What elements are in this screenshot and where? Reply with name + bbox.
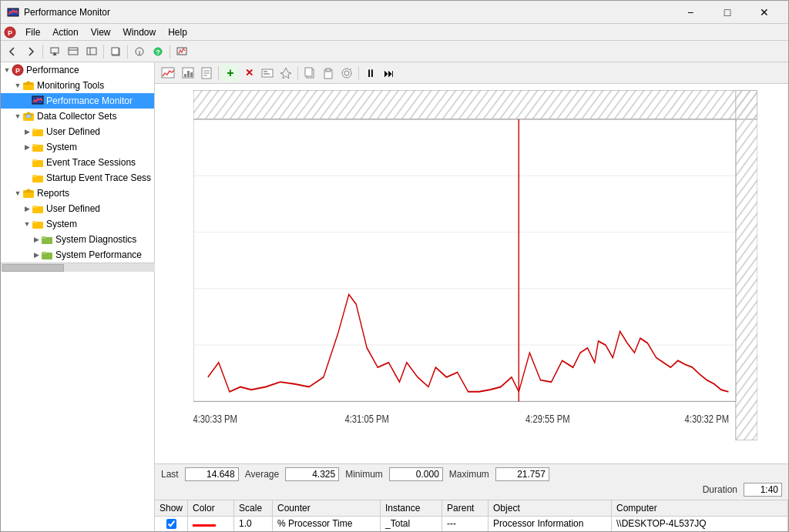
svg-rect-38 [42, 236, 46, 239]
title-bar: Performance Monitor − □ ✕ [1, 1, 788, 24]
startup-ets-icon [32, 172, 44, 184]
skip-button[interactable]: ⏭ [381, 65, 398, 82]
sidebar-scrollbar[interactable] [1, 263, 155, 272]
close-button[interactable]: ✕ [747, 1, 782, 24]
expand-monitoring-tools[interactable]: ▼ [13, 81, 22, 90]
svg-rect-24 [32, 129, 37, 131]
add-counter-button[interactable]: + [222, 65, 239, 82]
sidebar-item-monitoring-tools[interactable]: ▼ Monitoring Tools [1, 78, 154, 93]
sidebar-item-performance-monitor[interactable]: ▶ Performance Monitor [1, 93, 154, 109]
svg-rect-6 [87, 48, 96, 55]
delete-counter-button[interactable]: ✕ [240, 65, 257, 82]
reports-label: Reports [37, 188, 69, 199]
col-scale: Scale [234, 500, 273, 516]
ets-label: Event Trace Sessions [46, 157, 136, 168]
highlight-button[interactable] [277, 65, 294, 82]
performance-chart: 100 80 60 40 20 0 [193, 90, 757, 440]
copy-button[interactable] [301, 65, 318, 82]
duration-label: Duration [703, 484, 737, 495]
window-title: Performance Monitor [24, 7, 673, 18]
sidebar-item-system[interactable]: ▶ System [1, 139, 154, 155]
sidebar-item-user-defined[interactable]: ▶ User Defined [1, 124, 154, 139]
back-button[interactable] [4, 43, 21, 60]
performance-label: Performance [26, 65, 79, 75]
expand-sysdiag[interactable]: ▶ [32, 235, 41, 244]
perf-monitor-icon [32, 95, 44, 107]
sidebar-item-reports[interactable]: ▼ Reports [1, 186, 154, 201]
expand-user-defined[interactable]: ▶ [22, 127, 32, 136]
expand-reports-ud[interactable]: ▶ [22, 204, 32, 213]
svg-text:4:31:05 PM: 4:31:05 PM [344, 413, 389, 426]
sysperf-label: System Performance [55, 249, 142, 260]
expand-system[interactable]: ▶ [22, 142, 32, 152]
system-label: System [46, 142, 77, 152]
maximum-label: Maximum [449, 469, 489, 480]
expand-reports-system[interactable]: ▼ [22, 219, 32, 229]
clear-button[interactable] [338, 65, 355, 82]
duration-value: 1:40 [744, 483, 782, 497]
expand-reports[interactable]: ▼ [13, 189, 22, 198]
system-icon [32, 141, 44, 153]
sidebar-item-system-diagnostics[interactable]: ▶ System Diagnostics [1, 232, 154, 247]
properties-button[interactable]: i [131, 43, 148, 60]
expand-dcs[interactable]: ▼ [13, 112, 22, 121]
svg-rect-64 [193, 119, 736, 402]
sidebar-item-system-performance[interactable]: ▶ System Performance [1, 247, 154, 263]
minimize-button[interactable]: − [673, 1, 708, 24]
reports-system-icon [32, 218, 44, 230]
minimum-value: 0.000 [389, 467, 443, 481]
menu-help[interactable]: Help [162, 25, 193, 39]
sidebar-item-performance[interactable]: ▼ P Performance [1, 62, 154, 78]
svg-rect-40 [42, 252, 46, 254]
view-histogram-button[interactable] [180, 65, 196, 82]
stats-row-1: Last 14.648 Average 4.325 Minimum 0.000 … [161, 467, 782, 481]
reports-ud-icon [32, 202, 44, 215]
forward-button[interactable] [22, 43, 39, 60]
expand-performance[interactable]: ▼ [2, 65, 12, 75]
sidebar-item-reports-user-defined[interactable]: ▶ User Defined [1, 201, 154, 216]
col-parent: Parent [442, 500, 489, 516]
stats-row-2: Duration 1:40 [161, 483, 782, 497]
expand-sysperf[interactable]: ▶ [32, 250, 41, 259]
svg-text:4:29:55 PM: 4:29:55 PM [525, 413, 570, 426]
menu-window[interactable]: Window [117, 25, 163, 39]
extra-button[interactable] [173, 43, 190, 60]
paste-button[interactable] [320, 65, 337, 82]
chart-area: 100 80 60 40 20 0 [155, 84, 788, 463]
show-checkbox[interactable] [166, 519, 176, 529]
sidebar-item-startup-ets[interactable]: ▶ Startup Event Trace Sess [1, 170, 154, 186]
counter-properties-button[interactable] [259, 65, 276, 82]
menu-view[interactable]: View [85, 25, 117, 39]
col-show: Show [155, 500, 188, 516]
sidebar-item-data-collector-sets[interactable]: ▼ Data Collector Sets [1, 109, 154, 124]
table-row[interactable]: 1.0 % Processor Time _Total --- Processo… [155, 516, 788, 531]
menu-file[interactable]: File [19, 25, 46, 39]
menu-action[interactable]: Action [46, 25, 84, 39]
svg-rect-45 [190, 72, 193, 77]
show-hide2-button[interactable] [83, 43, 100, 60]
separator-4 [170, 45, 170, 59]
separator-2 [103, 45, 104, 59]
svg-rect-63 [736, 90, 757, 440]
view-graph-button[interactable] [158, 65, 178, 82]
svg-rect-36 [32, 221, 37, 223]
inner-sep-2 [297, 66, 298, 80]
new-window-button[interactable] [107, 43, 124, 60]
pause-button[interactable]: ⏸ [362, 65, 379, 82]
row-show[interactable] [155, 516, 188, 531]
right-panel: + ✕ [155, 62, 788, 531]
help-button[interactable]: ? [149, 43, 166, 60]
svg-text:?: ? [156, 49, 160, 56]
show-hide-button[interactable] [65, 43, 82, 60]
maximize-button[interactable]: □ [710, 1, 745, 24]
up-button[interactable] [46, 43, 63, 60]
maximum-value: 21.757 [495, 467, 549, 481]
view-report-button[interactable] [198, 65, 215, 82]
color-swatch [193, 524, 216, 527]
sidebar-item-reports-system[interactable]: ▼ System [1, 216, 154, 232]
sidebar-item-event-trace-sessions[interactable]: ▶ Event Trace Sessions [1, 155, 154, 170]
sidebar-scrollbar-thumb[interactable] [2, 264, 64, 272]
svg-rect-26 [32, 144, 37, 146]
pane-area: ▼ P Performance ▼ [1, 62, 788, 531]
user-defined-label: User Defined [46, 126, 100, 137]
